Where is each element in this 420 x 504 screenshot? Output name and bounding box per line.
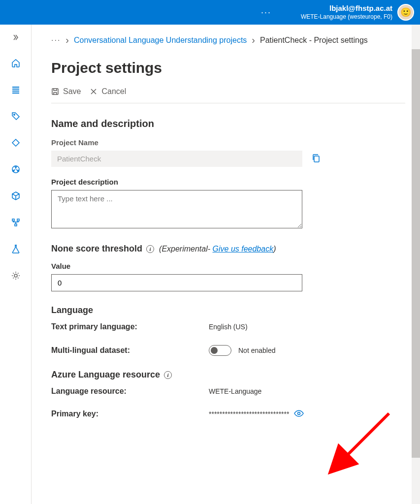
chevron-right-icon [252,34,255,46]
main-content: ··· Conversational Language Understandin… [32,25,420,504]
home-icon[interactable] [11,58,21,68]
project-name-field: PatientCheck [51,151,302,167]
section-name-description: Name and description Project Name Patien… [51,118,405,230]
language-resource-label: Language resource: [51,387,209,396]
multi-lingual-value: Not enabled [238,346,276,354]
save-button[interactable]: Save [51,87,81,96]
chevron-right-icon [65,34,69,46]
breadcrumb-current: PatientCheck - Project settings [260,36,368,45]
eye-icon[interactable] [294,410,304,418]
breadcrumb-more-icon[interactable]: ··· [51,36,61,45]
avatar[interactable]: 🙂 [397,4,414,21]
language-resource-value: WETE-Language [209,387,405,395]
tag-icon[interactable] [11,138,21,148]
save-icon [51,88,59,95]
svg-rect-5 [12,219,14,221]
text-primary-value: English (US) [209,323,405,331]
primary-key-value: ****************************** [209,410,289,418]
user-tenant: WETE-Language (westeurope, F0) [301,13,392,21]
list-icon[interactable] [11,85,21,94]
project-desc-label: Project description [51,178,405,186]
user-email: lbjakl@fhstp.ac.at [301,3,392,13]
multi-lingual-toggle[interactable] [209,345,231,356]
cancel-label: Cancel [101,87,126,96]
language-heading: Language [51,305,405,315]
sidebar [0,25,32,504]
section-language: Language Text primary language: English … [51,305,405,356]
resource-heading: Azure Language resource [51,370,160,380]
svg-rect-9 [52,89,58,94]
top-bar: ··· lbjakl@fhstp.ac.at WETE-Language (we… [0,0,420,25]
section-threshold: None score threshold i (Experimental- Gi… [51,244,405,291]
topbar-more-icon[interactable]: ··· [261,7,271,18]
close-icon [90,88,97,95]
threshold-heading: None score threshold [51,244,142,254]
page-title: Project settings [51,60,405,76]
project-name-label: Project Name [51,138,405,147]
project-description-input[interactable] [51,190,302,228]
flask-icon[interactable] [11,244,21,254]
network-icon[interactable] [11,164,21,174]
cancel-button[interactable]: Cancel [90,87,126,96]
breadcrumb: ··· Conversational Language Understandin… [51,34,405,46]
svg-point-8 [14,274,17,277]
value-label: Value [51,262,405,270]
text-primary-label: Text primary language: [51,322,209,331]
svg-point-11 [298,412,300,414]
copy-icon[interactable] [311,153,321,164]
experimental-text: (Experimental- Give us feedback) [159,245,276,253]
deploy-icon[interactable] [11,218,21,227]
threshold-value-input[interactable] [51,274,302,291]
multi-lingual-label: Multi-lingual dataset: [51,346,209,355]
breadcrumb-link[interactable]: Conversational Language Understanding pr… [74,36,247,45]
primary-key-label: Primary key: [51,410,209,418]
svg-point-0 [13,114,14,115]
svg-rect-7 [15,224,17,226]
expand-sidebar-icon[interactable] [12,33,20,41]
save-label: Save [63,87,81,96]
scrollbar-thumb[interactable] [412,49,420,458]
user-block[interactable]: lbjakl@fhstp.ac.at WETE-Language (westeu… [301,3,414,21]
info-icon[interactable]: i [164,371,172,379]
cube-icon[interactable] [11,191,21,201]
svg-rect-6 [17,219,19,221]
scrollbar-track[interactable] [412,25,420,504]
toolbar: Save Cancel [51,87,405,103]
info-icon[interactable]: i [146,245,154,253]
section-heading: Name and description [51,118,405,129]
section-resource: Azure Language resource i Language resou… [51,370,405,418]
feedback-link[interactable]: Give us feedback [213,245,274,253]
gear-icon[interactable] [11,271,21,281]
svg-rect-10 [314,156,319,162]
label-icon[interactable] [11,111,21,121]
